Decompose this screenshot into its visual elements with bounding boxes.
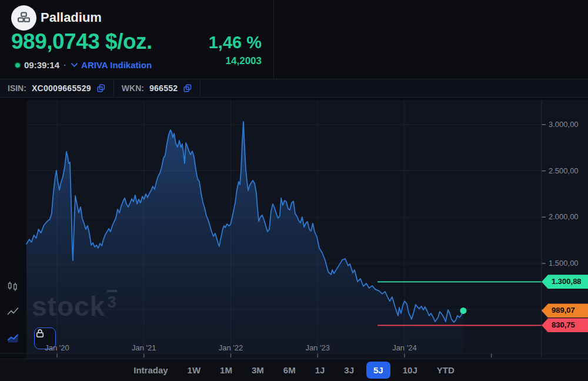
isin-label: ISIN: (8, 83, 26, 93)
range-button-intraday[interactable]: Intraday (126, 362, 175, 379)
copy-icon (96, 83, 106, 93)
header-vertical-divider (273, 0, 274, 79)
range-button-1w[interactable]: 1W (181, 362, 208, 379)
isin-copy-button[interactable] (96, 83, 106, 93)
tool-candlestick-chart-button[interactable] (6, 280, 21, 294)
ingots-icon (16, 10, 32, 26)
tool-line-chart-button[interactable] (6, 305, 21, 319)
range-button-5j[interactable]: 5J (366, 362, 390, 379)
x-axis-label: Jan '22 (207, 343, 254, 352)
range-button-ytd[interactable]: YTD (430, 362, 462, 379)
range-button-6m[interactable]: 6M (276, 362, 303, 379)
isin-cell: ISIN: XC0009665529 (0, 79, 114, 97)
price-unit: $/oz. (105, 29, 152, 54)
y-axis-label: 2.000,00 (549, 212, 579, 221)
wkn-label: WKN: (122, 83, 144, 93)
price-tag-stop-level[interactable]: 830,75 (542, 318, 588, 332)
x-axis-label: Jan '20 (34, 343, 81, 352)
y-axis-label: 2.500,00 (549, 166, 579, 175)
wkn-cell: WKN: 966552 (114, 79, 201, 97)
copy-icon (183, 83, 192, 93)
instrument-avatar (11, 5, 36, 31)
price-value: 989,0743 $/oz. (11, 29, 152, 54)
range-button-3m[interactable]: 3M (245, 362, 271, 379)
price-tag-target-level[interactable]: 1.300,88 (542, 275, 588, 289)
wkn-value: 966552 (149, 83, 178, 93)
quote-time: 09:39:14 (24, 60, 59, 70)
page-title: Palladium (41, 10, 102, 25)
range-button-10j[interactable]: 10J (396, 362, 425, 379)
wkn-copy-button[interactable] (183, 83, 192, 93)
chevron-down-icon (71, 62, 78, 68)
range-toolbar: Intraday1W1M3M6M1J3J5J10JYTD (0, 359, 588, 381)
y-axis-label: 3.000,00 (549, 120, 579, 129)
range-button-1j[interactable]: 1J (308, 362, 332, 379)
range-button-1m[interactable]: 1M (213, 362, 239, 379)
watermark: stock3 (32, 290, 117, 322)
x-axis-label: Jan '24 (381, 343, 428, 352)
range-button-3j[interactable]: 3J (337, 362, 361, 379)
price-number: 989,0743 (11, 29, 99, 54)
source-label: ARIVA Indikation (81, 60, 152, 70)
live-status-dot (15, 63, 20, 68)
x-axis-label: Jan '23 (294, 343, 341, 352)
candlestick-chart-icon (6, 280, 19, 293)
stock3-chart-app: Palladium 989,0743 $/oz. 1,46 % 14,2003 … (0, 0, 588, 381)
y-axis-label: 1.500,00 (549, 259, 579, 268)
isin-value: XC0009665529 (32, 83, 91, 93)
x-axis-label: Jan '21 (121, 343, 168, 352)
line-chart-icon (6, 305, 19, 318)
identifier-bar: ISIN: XC0009665529 WKN: 966552 (0, 79, 588, 98)
chart-region: stock3 LAST 3.000,002.500,002.000,001.50… (0, 100, 588, 359)
change-percent: 1,46 % (188, 33, 262, 52)
dot-separator: · (64, 60, 66, 70)
source-dropdown[interactable]: ARIVA Indikation (71, 60, 152, 70)
area-chart-icon (6, 332, 19, 345)
change-absolute: 14,2003 (188, 55, 262, 67)
last-price-dot (460, 308, 466, 314)
tool-area-chart-button[interactable] (6, 332, 21, 346)
quote-status-row: 09:39:14 · ARIVA Indikation (15, 59, 152, 71)
price-tag-last-price: 989,07 (542, 303, 588, 317)
